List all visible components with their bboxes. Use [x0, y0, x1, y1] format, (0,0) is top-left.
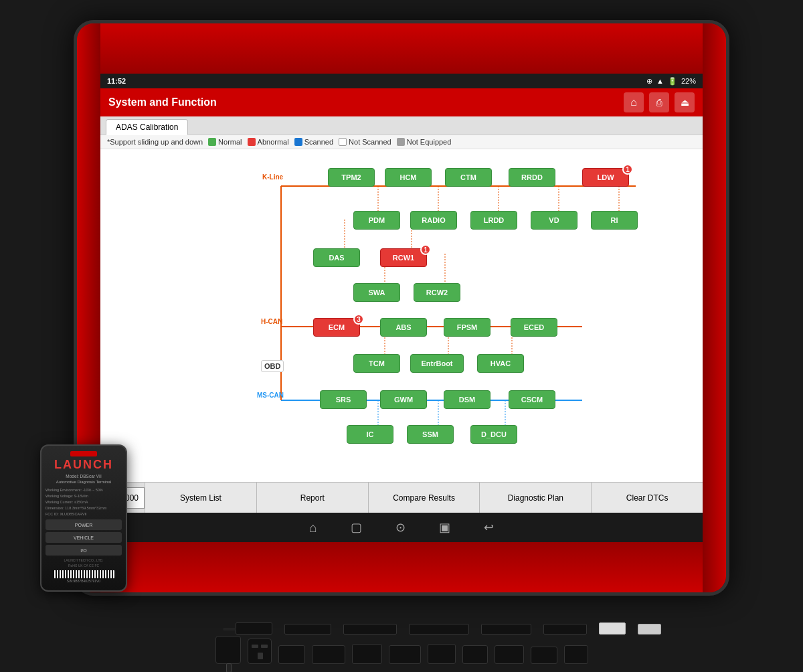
node-ECED[interactable]: ECED — [511, 318, 557, 337]
not-equipped-color-dot — [397, 138, 405, 146]
cables-row — [134, 622, 763, 635]
abnormal-color-dot — [248, 138, 256, 146]
launch-vehicle-btn[interactable]: VEHICLE — [46, 532, 122, 543]
tablet-device: 11:52 ⊕ ▲ 🔋 22% System and Function ⌂ ⎙ … — [74, 20, 729, 596]
node-RCW1[interactable]: RCW1 1 — [380, 248, 427, 267]
node-RI[interactable]: RI — [591, 211, 638, 230]
accessories-row — [54, 636, 749, 664]
title-bar: System and Function ⌂ ⎙ ⏏ — [100, 88, 703, 116]
launch-current: Working Current: ≤150mA — [46, 499, 122, 505]
launch-model: Model: DBScar VII — [46, 473, 122, 479]
launch-dimension: Dimension: 118.3mm*69.5mm*32mm — [46, 505, 122, 511]
node-EntrBoot[interactable]: EntrBoot — [410, 354, 464, 373]
node-SRS[interactable]: SRS — [320, 390, 367, 409]
accessory-connector-3 — [352, 644, 382, 664]
node-ABS[interactable]: ABS — [380, 318, 427, 337]
nav-vci-icon[interactable]: ⊙ — [395, 520, 406, 535]
launch-voltage: Working Voltage: 9-18V/m — [46, 493, 122, 499]
status-bar: 11:52 ⊕ ▲ 🔋 22% — [100, 74, 703, 88]
nav-bar: ⌂ ▢ ⊙ ▣ ↩ — [100, 513, 703, 542]
diagnostic-plan-button[interactable]: Diagnostic Plan — [479, 483, 591, 513]
diagram-area: K-Line H-CAN MS-CAN OBD TPM2 HCM CTM RRD… — [100, 149, 703, 482]
scanned-label: Scanned — [304, 138, 333, 146]
cable-4 — [409, 624, 469, 635]
normal-color-dot — [208, 138, 216, 146]
launch-fcc: FCC ID: XLUDBSCARVII — [46, 511, 122, 517]
node-RCW2[interactable]: RCW2 — [414, 283, 460, 302]
battery-percent: 22% — [681, 77, 696, 85]
obd-label: OBD — [261, 360, 284, 372]
node-RADIO[interactable]: RADIO — [410, 211, 457, 230]
launch-serial: S/N:9B87B4025791V0 — [46, 579, 122, 583]
nav-gallery-icon[interactable]: ▣ — [439, 520, 450, 535]
launch-env: Working Environment: -10% ~ 50% — [46, 487, 122, 493]
node-PDM[interactable]: PDM — [353, 211, 400, 230]
launch-logo: LAUNCH — [46, 458, 122, 472]
node-HVAC[interactable]: HVAC — [477, 354, 524, 373]
scanned-color-dot — [294, 138, 302, 146]
page-title: System and Function — [108, 96, 217, 108]
node-SSM[interactable]: SSM — [407, 425, 454, 444]
system-list-button[interactable]: System List — [145, 483, 256, 513]
exit-button[interactable]: ⏏ — [675, 92, 695, 112]
node-CSCM[interactable]: CSCM — [509, 390, 555, 409]
accessory-connector-7 — [495, 645, 524, 664]
node-LDW[interactable]: LDW 1 — [582, 168, 629, 187]
accessory-connector-6 — [462, 645, 488, 664]
tab-adas-calibration[interactable]: ADAS Calibration — [106, 119, 188, 135]
nav-back-icon[interactable]: ↩ — [484, 520, 494, 535]
clear-dtcs-button[interactable]: Clear DTCs — [591, 483, 703, 513]
node-LRDD[interactable]: LRDD — [470, 211, 517, 230]
rcw1-badge: 1 — [420, 244, 431, 255]
launch-device: LAUNCH Model: DBScar VII Automotive Diag… — [40, 444, 127, 592]
tab-row: ADAS Calibration — [100, 116, 703, 135]
node-SWA[interactable]: SWA — [353, 283, 400, 302]
node-TPM2[interactable]: TPM2 — [328, 168, 375, 187]
node-HCM[interactable]: HCM — [385, 168, 432, 187]
accessory-connector-5 — [428, 644, 456, 664]
cable-1 — [236, 622, 272, 635]
cable-6 — [543, 624, 587, 635]
launch-certifications: RoHS UK CA CE FC — [46, 564, 122, 569]
node-TCM[interactable]: TCM — [353, 354, 400, 373]
ldw-badge: 1 — [622, 164, 633, 175]
print-button[interactable]: ⎙ — [649, 92, 669, 112]
node-FPSM[interactable]: FPSM — [444, 318, 490, 337]
not-scanned-label: Not Scanned — [349, 138, 391, 146]
accessory-connector-4 — [389, 645, 421, 664]
launch-power-btn[interactable]: POWER — [46, 519, 122, 530]
node-RRDD[interactable]: RRDD — [509, 168, 555, 187]
node-ECM[interactable]: ECM 3 — [313, 318, 360, 337]
node-DSM[interactable]: DSM — [444, 390, 490, 409]
abnormal-label: Abnormal — [258, 138, 289, 146]
launch-desc: Automotive Diagnosis Terminal — [46, 479, 122, 485]
accessory-connector-1 — [278, 645, 305, 664]
node-D_DCU[interactable]: D_DCU — [470, 425, 517, 444]
accessory-uk-plug — [248, 639, 272, 664]
wifi-icon: ▲ — [656, 77, 664, 85]
home-button[interactable]: ⌂ — [624, 92, 644, 112]
node-IC[interactable]: IC — [347, 425, 393, 444]
not-scanned-color-dot — [339, 138, 347, 146]
node-VD[interactable]: VD — [531, 211, 577, 230]
launch-barcode — [53, 570, 114, 578]
nav-home-icon[interactable]: ⌂ — [309, 520, 317, 535]
accessory-connector-8 — [531, 647, 557, 664]
launch-io-btn[interactable]: I/O — [46, 545, 122, 556]
not-equipped-label: Not Equipped — [407, 138, 452, 146]
report-button[interactable]: Report — [256, 483, 368, 513]
time-display: 11:52 — [107, 77, 126, 85]
node-CTM[interactable]: CTM — [445, 168, 492, 187]
nav-copy-icon[interactable]: ▢ — [351, 520, 362, 535]
cable-5 — [481, 624, 531, 635]
accessory-power-adapter — [215, 636, 241, 664]
normal-label: Normal — [218, 138, 242, 146]
ms-can-label: MS-CAN — [257, 392, 284, 399]
action-bar: 200000 System List Report Compare Result… — [100, 482, 703, 513]
compare-results-button[interactable]: Compare Results — [368, 483, 480, 513]
cable-7 — [599, 622, 626, 635]
cable-2 — [284, 624, 331, 635]
node-DAS[interactable]: DAS — [313, 248, 360, 267]
node-GWM[interactable]: GWM — [380, 390, 427, 409]
k-line-label: K-Line — [262, 173, 283, 181]
